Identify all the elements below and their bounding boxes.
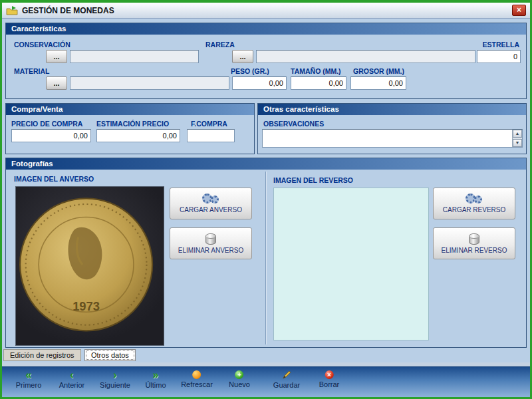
- eliminar-anverso-button[interactable]: ELIMINAR ANVERSO: [170, 227, 252, 259]
- estimacion-precio-field[interactable]: [96, 129, 180, 142]
- eliminar-anverso-label: ELIMINAR ANVERSO: [178, 247, 243, 254]
- cargar-anverso-button[interactable]: CARGAR ANVERSO: [170, 188, 252, 219]
- navigation-toolbar: « Primero ‹ Anterior › Siguiente » Últim…: [2, 366, 530, 397]
- estrella-field[interactable]: [477, 50, 521, 63]
- anterior-button[interactable]: ‹ Anterior: [59, 370, 85, 389]
- eliminar-reverso-button[interactable]: ELIMINAR REVERSO: [433, 227, 515, 259]
- reverso-label: IMAGEN DEL REVERSO: [273, 176, 353, 184]
- observaciones-scrollbar[interactable]: ▲ ▼: [512, 130, 522, 147]
- coin-image: 1973: [16, 187, 164, 345]
- compra-venta-section: Compra/Venta PRECIO DE COMPRA ESTIMACIÓN…: [5, 103, 255, 154]
- peso-field[interactable]: [232, 76, 287, 90]
- peso-label: PESO (GR.): [231, 67, 269, 75]
- cargar-reverso-label: CARGAR REVERSO: [443, 206, 505, 213]
- precio-compra-field[interactable]: [11, 129, 91, 142]
- refrescar-label: Refrescar: [181, 380, 213, 388]
- material-label: MATERIAL: [14, 67, 49, 75]
- guardar-button[interactable]: Guardar: [273, 370, 300, 389]
- fcompra-label: F.COMPRA: [191, 120, 227, 128]
- close-icon[interactable]: ×: [512, 5, 526, 16]
- ultimo-button[interactable]: » Último: [145, 370, 166, 389]
- fotografias-header: Fotografías: [6, 158, 526, 170]
- nuevo-button[interactable]: + Nuevo: [229, 370, 250, 388]
- trash-cylinder-icon: [205, 233, 216, 245]
- tab-edicion-de-registros[interactable]: Edición de registros: [3, 349, 81, 361]
- conservacion-field[interactable]: [70, 50, 199, 63]
- tab-otros-datos[interactable]: Otros datos: [84, 349, 136, 361]
- observaciones-wrap: ▲ ▼: [262, 129, 523, 148]
- prev-arrow-icon: ‹: [70, 370, 73, 380]
- cargar-anverso-label: CARGAR ANVERSO: [180, 206, 242, 213]
- borrar-button[interactable]: × Borrar: [319, 370, 340, 388]
- first-arrows-icon: «: [26, 370, 32, 380]
- caracteristicas-header: Características: [6, 23, 526, 35]
- precio-compra-label: PRECIO DE COMPRA: [11, 120, 82, 128]
- next-arrow-icon: ›: [113, 370, 116, 380]
- app-folder-icon: [6, 5, 18, 15]
- otras-caracteristicas-header: Otras características: [258, 104, 526, 115]
- anterior-label: Anterior: [59, 381, 85, 389]
- photo-divider: [265, 172, 266, 344]
- ultimo-label: Último: [145, 381, 166, 389]
- reverso-image-placeholder: [273, 188, 429, 340]
- rareza-picker-button[interactable]: ...: [232, 50, 253, 63]
- cargar-reverso-button[interactable]: CARGAR REVERSO: [433, 188, 515, 219]
- refresh-ball-icon: [193, 370, 201, 379]
- conservacion-picker-button[interactable]: ...: [46, 50, 67, 63]
- anverso-label: IMAGEN DEL ANVERSO: [14, 175, 94, 183]
- primero-button[interactable]: « Primero: [16, 370, 42, 389]
- eliminar-reverso-label: ELIMINAR REVERSO: [442, 247, 507, 254]
- rareza-field[interactable]: [256, 50, 475, 63]
- coin-photo-anverso: 1973: [15, 186, 164, 346]
- caracteristicas-section: Características CONSERVACIÓN RAREZA ESTR…: [5, 23, 527, 99]
- material-picker-button[interactable]: ...: [46, 76, 67, 90]
- last-arrows-icon: »: [153, 370, 159, 380]
- gears-icon: [466, 194, 483, 204]
- coin-year-text: 1973: [72, 299, 100, 313]
- borrar-label: Borrar: [319, 380, 340, 388]
- grosor-label: GROSOR (MM.): [353, 67, 404, 75]
- siguiente-button[interactable]: › Siguiente: [100, 370, 130, 389]
- rareza-label: RAREZA: [205, 41, 235, 49]
- tamano-label: TAMAÑO (MM.): [291, 67, 341, 75]
- window-title: GESTIÓN DE MONEDAS: [22, 6, 114, 15]
- nuevo-label: Nuevo: [229, 380, 250, 388]
- scroll-down-icon[interactable]: ▼: [513, 139, 522, 147]
- delete-x-icon: ×: [325, 370, 334, 379]
- tamano-field[interactable]: [291, 76, 346, 90]
- new-plus-icon: +: [235, 370, 243, 379]
- observaciones-field[interactable]: [263, 130, 512, 147]
- trash-cylinder-icon: [469, 233, 479, 245]
- otras-caracteristicas-section: Otras características OBSERVACIONES ▲ ▼: [257, 103, 527, 154]
- bottom-tab-bar: Edición de registros Otros datos: [3, 349, 530, 362]
- refrescar-button[interactable]: Refrescar: [181, 370, 213, 388]
- compra-venta-header: Compra/Venta: [6, 104, 254, 115]
- guardar-label: Guardar: [273, 381, 300, 389]
- app-window: GESTIÓN DE MONEDAS × Características CON…: [0, 0, 532, 399]
- primero-label: Primero: [16, 381, 42, 389]
- estrella-label: ESTRELLA: [483, 41, 519, 49]
- observaciones-label: OBSERVACIONES: [263, 120, 324, 128]
- siguiente-label: Siguiente: [100, 381, 130, 389]
- estimacion-precio-label: ESTIMACIÓN PRECIO: [96, 120, 169, 128]
- save-pencil-icon: [282, 370, 291, 380]
- scroll-up-icon[interactable]: ▲: [513, 130, 522, 138]
- material-field[interactable]: [70, 76, 229, 90]
- title-bar: GESTIÓN DE MONEDAS ×: [2, 3, 530, 19]
- gears-icon: [202, 194, 220, 204]
- conservacion-label: CONSERVACIÓN: [14, 41, 70, 49]
- fotografias-section: Fotografías IMAGEN DEL ANVERSO 1973: [5, 158, 527, 348]
- fcompra-field[interactable]: [187, 129, 235, 142]
- grosor-field[interactable]: [350, 76, 406, 90]
